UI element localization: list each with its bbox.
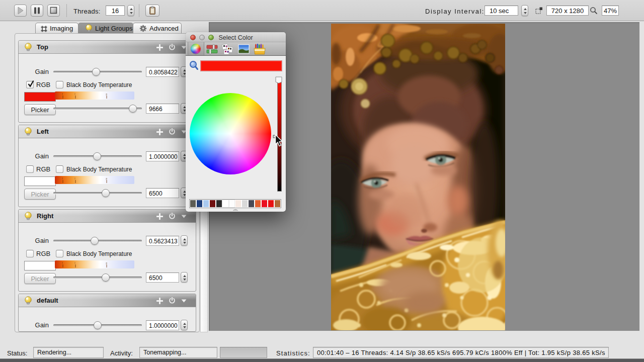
svg-text:f: f [62,262,63,264]
svg-text:l: l [75,262,75,264]
svg-text:p: p [106,177,108,180]
svg-text:f: f [62,93,63,96]
svg-text:p: p [106,93,108,96]
svg-text:f: f [62,177,63,180]
svg-text:l: l [75,177,75,180]
svg-text:p: p [106,262,108,264]
svg-text:l: l [75,93,75,96]
